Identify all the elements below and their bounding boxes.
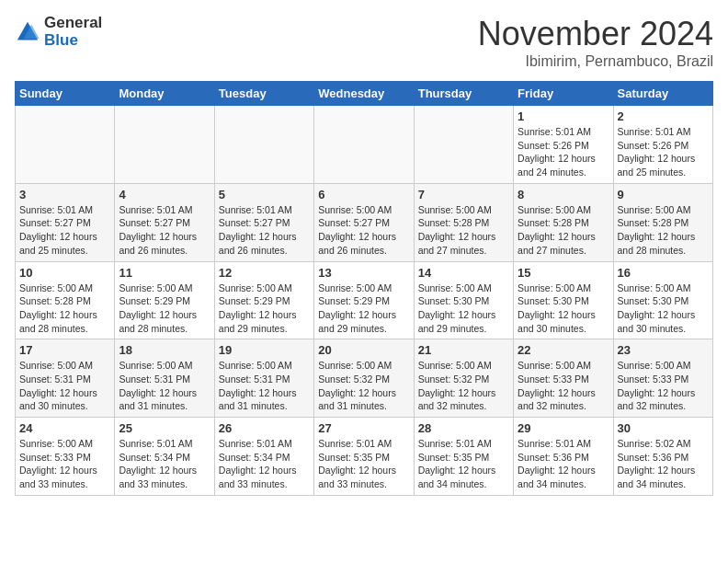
day-number: 2	[618, 109, 709, 123]
day-number: 23	[618, 343, 709, 357]
day-number: 28	[418, 421, 509, 435]
day-info: Sunrise: 5:00 AM Sunset: 5:31 PM Dayligh…	[219, 359, 310, 413]
calendar-cell: 5Sunrise: 5:01 AM Sunset: 5:27 PM Daylig…	[214, 183, 313, 261]
day-number: 30	[618, 421, 709, 435]
calendar-cell: 26Sunrise: 5:01 AM Sunset: 5:34 PM Dayli…	[214, 418, 313, 496]
day-number: 14	[418, 266, 509, 280]
calendar-cell: 30Sunrise: 5:02 AM Sunset: 5:36 PM Dayli…	[613, 418, 712, 496]
calendar-cell: 20Sunrise: 5:00 AM Sunset: 5:32 PM Dayli…	[314, 339, 414, 418]
weekday-header: Monday	[115, 82, 214, 106]
calendar-week-row: 1Sunrise: 5:01 AM Sunset: 5:26 PM Daylig…	[16, 106, 713, 184]
day-number: 10	[19, 266, 110, 280]
calendar-week-row: 3Sunrise: 5:01 AM Sunset: 5:27 PM Daylig…	[16, 183, 713, 261]
weekday-header: Friday	[514, 82, 613, 106]
day-info: Sunrise: 5:00 AM Sunset: 5:31 PM Dayligh…	[119, 359, 210, 413]
day-number: 18	[119, 343, 210, 357]
calendar-cell: 23Sunrise: 5:00 AM Sunset: 5:33 PM Dayli…	[613, 339, 712, 418]
day-info: Sunrise: 5:00 AM Sunset: 5:32 PM Dayligh…	[418, 359, 509, 413]
day-number: 7	[418, 188, 509, 201]
day-number: 12	[219, 266, 310, 280]
page-header: General Blue November 2024 Ibimirim, Per…	[15, 15, 713, 70]
day-number: 29	[518, 421, 609, 435]
weekday-header-row: SundayMondayTuesdayWednesdayThursdayFrid…	[16, 82, 713, 106]
calendar-cell: 2Sunrise: 5:01 AM Sunset: 5:26 PM Daylig…	[613, 106, 712, 184]
logo-icon	[15, 19, 40, 45]
calendar-cell: 25Sunrise: 5:01 AM Sunset: 5:34 PM Dayli…	[115, 418, 214, 496]
day-number: 27	[318, 421, 409, 435]
day-number: 16	[618, 266, 709, 280]
day-number: 8	[518, 188, 609, 201]
day-info: Sunrise: 5:01 AM Sunset: 5:34 PM Dayligh…	[119, 437, 210, 491]
day-info: Sunrise: 5:01 AM Sunset: 5:35 PM Dayligh…	[318, 437, 409, 491]
calendar-cell: 28Sunrise: 5:01 AM Sunset: 5:35 PM Dayli…	[414, 418, 513, 496]
calendar-cell: 1Sunrise: 5:01 AM Sunset: 5:26 PM Daylig…	[514, 106, 613, 184]
day-number: 5	[219, 188, 310, 201]
day-number: 20	[318, 343, 409, 357]
title-area: November 2024 Ibimirim, Pernambuco, Braz…	[478, 15, 713, 70]
logo-blue-text: Blue	[44, 32, 102, 50]
calendar-cell: 15Sunrise: 5:00 AM Sunset: 5:30 PM Dayli…	[514, 261, 613, 339]
day-info: Sunrise: 5:01 AM Sunset: 5:26 PM Dayligh…	[618, 125, 709, 179]
calendar-cell: 29Sunrise: 5:01 AM Sunset: 5:36 PM Dayli…	[514, 418, 613, 496]
day-info: Sunrise: 5:01 AM Sunset: 5:35 PM Dayligh…	[418, 437, 509, 491]
day-info: Sunrise: 5:00 AM Sunset: 5:29 PM Dayligh…	[219, 282, 310, 336]
calendar-cell: 21Sunrise: 5:00 AM Sunset: 5:32 PM Dayli…	[414, 339, 513, 418]
calendar-cell: 14Sunrise: 5:00 AM Sunset: 5:30 PM Dayli…	[414, 261, 513, 339]
calendar-cell: 11Sunrise: 5:00 AM Sunset: 5:29 PM Dayli…	[115, 261, 214, 339]
day-info: Sunrise: 5:00 AM Sunset: 5:27 PM Dayligh…	[318, 203, 409, 258]
logo-general-text: General	[44, 15, 102, 32]
day-info: Sunrise: 5:00 AM Sunset: 5:32 PM Dayligh…	[318, 359, 409, 413]
day-info: Sunrise: 5:01 AM Sunset: 5:34 PM Dayligh…	[219, 437, 310, 491]
calendar-table: SundayMondayTuesdayWednesdayThursdayFrid…	[15, 81, 713, 496]
day-number: 15	[518, 266, 609, 280]
calendar-cell	[314, 106, 414, 184]
calendar-cell: 13Sunrise: 5:00 AM Sunset: 5:29 PM Dayli…	[314, 261, 414, 339]
weekday-header: Sunday	[16, 82, 115, 106]
calendar-week-row: 17Sunrise: 5:00 AM Sunset: 5:31 PM Dayli…	[16, 339, 713, 418]
day-info: Sunrise: 5:00 AM Sunset: 5:28 PM Dayligh…	[618, 203, 709, 258]
day-info: Sunrise: 5:00 AM Sunset: 5:33 PM Dayligh…	[19, 437, 110, 491]
day-info: Sunrise: 5:00 AM Sunset: 5:29 PM Dayligh…	[119, 282, 210, 336]
calendar-cell: 18Sunrise: 5:00 AM Sunset: 5:31 PM Dayli…	[115, 339, 214, 418]
logo: General Blue	[15, 15, 102, 49]
day-info: Sunrise: 5:01 AM Sunset: 5:36 PM Dayligh…	[518, 437, 609, 491]
calendar-week-row: 10Sunrise: 5:00 AM Sunset: 5:28 PM Dayli…	[16, 261, 713, 339]
calendar-cell	[414, 106, 513, 184]
day-info: Sunrise: 5:01 AM Sunset: 5:26 PM Dayligh…	[518, 125, 609, 179]
day-info: Sunrise: 5:00 AM Sunset: 5:30 PM Dayligh…	[518, 282, 609, 336]
day-number: 25	[119, 421, 210, 435]
day-info: Sunrise: 5:01 AM Sunset: 5:27 PM Dayligh…	[219, 203, 310, 258]
day-info: Sunrise: 5:00 AM Sunset: 5:28 PM Dayligh…	[518, 203, 609, 258]
day-number: 4	[119, 188, 210, 201]
calendar-cell: 3Sunrise: 5:01 AM Sunset: 5:27 PM Daylig…	[16, 183, 115, 261]
day-info: Sunrise: 5:01 AM Sunset: 5:27 PM Dayligh…	[19, 203, 110, 258]
calendar-cell: 6Sunrise: 5:00 AM Sunset: 5:27 PM Daylig…	[314, 183, 414, 261]
day-info: Sunrise: 5:00 AM Sunset: 5:28 PM Dayligh…	[19, 282, 110, 336]
weekday-header: Wednesday	[314, 82, 414, 106]
calendar-cell	[115, 106, 214, 184]
day-info: Sunrise: 5:00 AM Sunset: 5:31 PM Dayligh…	[19, 359, 110, 413]
calendar-cell: 27Sunrise: 5:01 AM Sunset: 5:35 PM Dayli…	[314, 418, 414, 496]
day-number: 17	[19, 343, 110, 357]
calendar-cell	[16, 106, 115, 184]
location-title: Ibimirim, Pernambuco, Brazil	[478, 53, 713, 70]
day-number: 9	[618, 188, 709, 201]
day-number: 6	[318, 188, 409, 201]
day-number: 11	[119, 266, 210, 280]
day-info: Sunrise: 5:02 AM Sunset: 5:36 PM Dayligh…	[618, 437, 709, 491]
day-number: 19	[219, 343, 310, 357]
calendar-cell: 17Sunrise: 5:00 AM Sunset: 5:31 PM Dayli…	[16, 339, 115, 418]
calendar-cell: 4Sunrise: 5:01 AM Sunset: 5:27 PM Daylig…	[115, 183, 214, 261]
day-number: 1	[518, 109, 609, 123]
weekday-header: Saturday	[613, 82, 712, 106]
calendar-cell: 22Sunrise: 5:00 AM Sunset: 5:33 PM Dayli…	[514, 339, 613, 418]
calendar-cell: 7Sunrise: 5:00 AM Sunset: 5:28 PM Daylig…	[414, 183, 513, 261]
calendar-cell: 19Sunrise: 5:00 AM Sunset: 5:31 PM Dayli…	[214, 339, 313, 418]
day-info: Sunrise: 5:00 AM Sunset: 5:28 PM Dayligh…	[418, 203, 509, 258]
day-info: Sunrise: 5:00 AM Sunset: 5:29 PM Dayligh…	[318, 282, 409, 336]
calendar-week-row: 24Sunrise: 5:00 AM Sunset: 5:33 PM Dayli…	[16, 418, 713, 496]
calendar-cell: 12Sunrise: 5:00 AM Sunset: 5:29 PM Dayli…	[214, 261, 313, 339]
calendar-cell: 9Sunrise: 5:00 AM Sunset: 5:28 PM Daylig…	[613, 183, 712, 261]
day-number: 3	[19, 188, 110, 201]
month-title: November 2024	[478, 15, 713, 53]
